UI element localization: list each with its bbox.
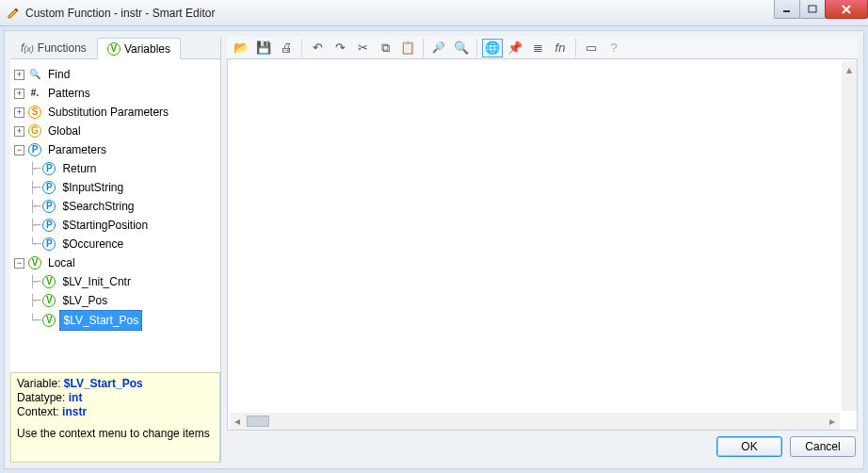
tree-node-local[interactable]: − V Local	[14, 253, 217, 272]
close-button[interactable]	[825, 0, 868, 19]
parameter-icon: P	[42, 237, 56, 251]
info-variable-value: $LV_Start_Pos	[64, 377, 143, 390]
tree-node-global[interactable]: + G Global	[14, 122, 217, 140]
tab-functions[interactable]: f(x) Functions	[10, 37, 97, 58]
tree-label: Substitution Parameters	[45, 103, 171, 122]
tree-node-param[interactable]: ├─P$SearchString	[29, 197, 217, 216]
variable-icon: V	[42, 275, 56, 288]
maximize-button[interactable]	[799, 0, 826, 19]
separator	[423, 39, 424, 57]
expand-icon[interactable]: +	[14, 107, 24, 118]
tree-node-find[interactable]: + 🔍 Find	[14, 65, 217, 84]
variable-icon: V	[42, 294, 56, 307]
right-panel: 📂 💾 🖨 ↶ ↷ ✂ ⧉ 📋 🔎 🔍 🌐 📌 ≣ fn ▭ ? ▴ ◂	[227, 37, 858, 463]
pencil-icon	[6, 6, 21, 21]
tree-node-param[interactable]: ├─PReturn	[29, 159, 217, 178]
copy-icon[interactable]: ⧉	[375, 39, 395, 57]
tree-label: $InputString	[59, 178, 126, 197]
parameter-icon: P	[28, 143, 41, 156]
info-context-label: Context:	[17, 405, 59, 418]
tab-variables[interactable]: V Variables	[97, 38, 181, 59]
tree-label: Find	[45, 65, 72, 84]
separator	[301, 39, 302, 57]
list-icon[interactable]: ≣	[527, 39, 548, 57]
scroll-left-icon[interactable]: ◂	[230, 415, 245, 428]
tree-label: $LV_Start_Pos	[59, 310, 142, 331]
vertical-scrollbar[interactable]: ▴	[842, 61, 857, 411]
parameter-icon: P	[42, 181, 56, 194]
tree-connector: ├─	[29, 179, 39, 196]
globe-icon[interactable]: 🌐	[482, 39, 503, 57]
tree-node-local-var-selected[interactable]: └─V$LV_Start_Pos	[29, 310, 217, 331]
tree-connector: ├─	[29, 198, 39, 215]
expand-icon[interactable]: +	[14, 126, 24, 137]
tree-label: $LV_Init_Cntr	[59, 272, 134, 291]
window-controls	[775, 0, 868, 19]
info-panel: Variable: $LV_Start_Pos Datatype: int Co…	[10, 372, 220, 463]
window-title: Custom Function - instr - Smart Editor	[25, 7, 215, 20]
left-panel: f(x) Functions V Variables + 🔍 Find + #.…	[10, 37, 221, 463]
save-icon[interactable]: 💾	[253, 39, 274, 57]
tree-node-substitution[interactable]: + S Substitution Parameters	[14, 103, 217, 122]
svg-rect-1	[809, 6, 816, 12]
expand-icon[interactable]: +	[14, 70, 24, 80]
bookmark-icon[interactable]: 📌	[505, 39, 525, 57]
tree-label: $Occurence	[59, 235, 126, 253]
expand-icon[interactable]: +	[14, 89, 24, 99]
tree-node-local-var[interactable]: ├─V$LV_Pos	[29, 291, 217, 310]
tree-node-parameters[interactable]: − P Parameters	[14, 140, 217, 159]
fx-icon: f(x)	[21, 41, 34, 55]
collapse-icon[interactable]: −	[14, 258, 24, 269]
ok-button[interactable]: OK	[716, 436, 782, 457]
substitution-icon: S	[28, 106, 41, 119]
open-icon[interactable]: 📂	[231, 39, 251, 57]
horizontal-scrollbar[interactable]: ◂ ▸	[230, 413, 840, 430]
tree-label: Patterns	[45, 84, 93, 103]
cut-icon[interactable]: ✂	[352, 39, 373, 57]
tree-connector: ├─	[29, 273, 39, 290]
variable-tree[interactable]: + 🔍 Find + #. Patterns + S Substitution …	[10, 59, 220, 368]
minimize-button[interactable]	[774, 0, 800, 19]
tree-connector: ├─	[29, 160, 39, 177]
cancel-button[interactable]: Cancel	[790, 436, 856, 457]
tab-label: Functions	[38, 41, 87, 55]
variable-icon: V	[28, 256, 41, 269]
tree-label: $StartingPosition	[59, 216, 151, 235]
titlebar: Custom Function - instr - Smart Editor	[0, 0, 868, 26]
tree-connector: └─	[29, 312, 39, 329]
note-icon[interactable]: ▭	[581, 39, 602, 57]
tree-connector: ├─	[29, 292, 39, 309]
parameter-icon: P	[42, 219, 56, 232]
tree-label: Parameters	[45, 140, 109, 159]
help-icon[interactable]: ?	[603, 39, 624, 57]
find-icon[interactable]: 🔎	[428, 39, 449, 57]
undo-icon[interactable]: ↶	[307, 39, 328, 57]
binoculars-icon: 🔍	[28, 68, 41, 81]
info-datatype-value: int	[69, 391, 83, 404]
info-hint: Use the context menu to change items	[17, 427, 214, 441]
dialog-buttons: OK Cancel	[227, 431, 858, 463]
tree-node-local-var[interactable]: ├─V$LV_Init_Cntr	[29, 272, 217, 291]
parameter-icon: P	[42, 162, 56, 175]
tree-connector: └─	[29, 236, 39, 253]
tree-node-param[interactable]: └─P$Occurence	[29, 235, 217, 253]
tree-node-param[interactable]: ├─P$StartingPosition	[29, 216, 217, 235]
scroll-right-icon[interactable]: ▸	[825, 415, 840, 428]
tree-label: $LV_Pos	[59, 291, 110, 310]
find-next-icon[interactable]: 🔍	[451, 39, 472, 57]
tree-node-patterns[interactable]: + #. Patterns	[14, 84, 217, 103]
info-variable-label: Variable:	[17, 377, 60, 390]
redo-icon[interactable]: ↷	[330, 39, 350, 57]
hash-icon: #.	[28, 87, 41, 100]
global-icon: G	[28, 124, 41, 138]
main-area: f(x) Functions V Variables + 🔍 Find + #.…	[4, 30, 864, 469]
tree-node-param[interactable]: ├─P$InputString	[29, 178, 217, 197]
collapse-icon[interactable]: −	[14, 145, 24, 155]
scroll-thumb[interactable]	[247, 416, 269, 427]
editor-toolbar: 📂 💾 🖨 ↶ ↷ ✂ ⧉ 📋 🔎 🔍 🌐 📌 ≣ fn ▭ ?	[227, 37, 858, 59]
function-icon[interactable]: fn	[550, 39, 571, 57]
print-icon[interactable]: 🖨	[276, 39, 297, 57]
separator	[575, 39, 576, 57]
code-editor[interactable]	[230, 61, 840, 411]
paste-icon[interactable]: 📋	[397, 39, 418, 57]
